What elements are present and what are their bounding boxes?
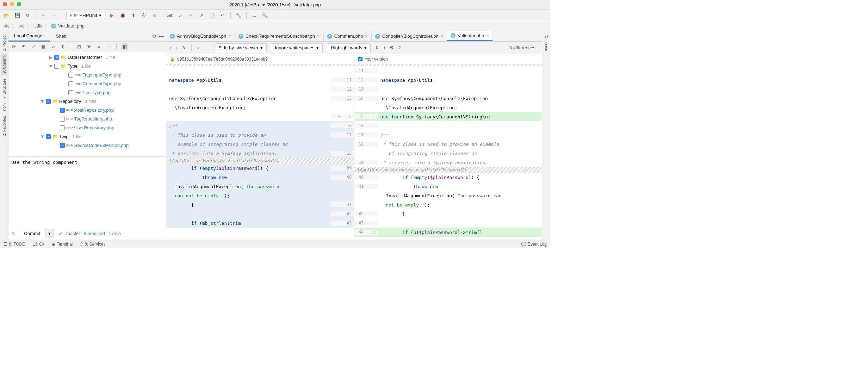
checkbox[interactable] bbox=[60, 117, 65, 122]
status-event-log[interactable]: 💬 Event Log bbox=[521, 242, 547, 247]
expand-icon[interactable]: ⊞ bbox=[76, 44, 82, 49]
open-icon[interactable]: 📂 bbox=[3, 12, 11, 19]
hide-icon[interactable]: — bbox=[159, 33, 164, 39]
edit-icon[interactable]: ✎ bbox=[11, 231, 15, 236]
tree-item[interactable]: ▼✓📁Twig1 file bbox=[8, 132, 166, 141]
preview-icon[interactable]: 👁 bbox=[86, 44, 92, 49]
run-icon[interactable]: ▶ bbox=[108, 12, 116, 19]
checkbox[interactable]: − bbox=[46, 99, 51, 104]
maximize-window[interactable] bbox=[17, 2, 21, 6]
close-window[interactable] bbox=[3, 2, 7, 6]
tree-item[interactable]: ✓PHPSourceCodeExtension.php bbox=[8, 141, 166, 150]
checkbox[interactable] bbox=[68, 73, 73, 78]
minimize-window[interactable] bbox=[10, 2, 14, 6]
git-pull-icon[interactable]: ↙ bbox=[176, 12, 184, 19]
rollback-icon[interactable]: ↶ bbox=[20, 44, 27, 49]
close-tab-icon[interactable]: × bbox=[317, 33, 320, 39]
changelist-icon[interactable]: ▦ bbox=[40, 44, 46, 49]
edit-source-icon[interactable]: ✎ bbox=[182, 45, 186, 50]
checkbox[interactable]: ✓ bbox=[60, 108, 65, 113]
rail-project[interactable]: 1: Project bbox=[1, 32, 7, 53]
save-icon[interactable]: 💾 bbox=[13, 12, 21, 19]
editor-tab[interactable]: CCheckRequirementsSubscriber.ph× bbox=[235, 31, 324, 41]
nav-back-icon[interactable]: ← bbox=[197, 45, 202, 50]
git-commit-icon[interactable]: ✓ bbox=[187, 12, 195, 19]
highlight-dropdown[interactable]: Highlight words▾ bbox=[327, 43, 371, 52]
commit-dropdown[interactable]: ▾ bbox=[45, 229, 54, 238]
status-terminal[interactable]: ▣ Terminal bbox=[51, 242, 73, 247]
checkbox[interactable] bbox=[68, 81, 73, 86]
diff-viewer[interactable]: namespace App\Utils;1112use Symfony\Comp… bbox=[166, 64, 542, 240]
checkbox[interactable]: ✓ bbox=[54, 55, 59, 60]
tab-local-changes[interactable]: Local Changes bbox=[8, 31, 50, 42]
tree-item[interactable]: ✓PHPPostRepository.php bbox=[8, 106, 166, 115]
diff-settings-icon[interactable]: ⚙ bbox=[390, 45, 394, 50]
shelve-icon[interactable]: ⇩ bbox=[50, 44, 56, 49]
tree-item[interactable]: PHPUserRepository.php bbox=[8, 123, 166, 132]
coverage-icon[interactable]: ⬆ bbox=[129, 12, 137, 19]
include-checkbox[interactable] bbox=[358, 57, 362, 61]
layout-icon[interactable]: ◧ bbox=[121, 43, 128, 50]
rail-structure[interactable]: 7: Structure bbox=[1, 76, 7, 101]
next-diff-icon[interactable]: ↓ bbox=[176, 45, 178, 50]
status-todo[interactable]: ☰ 6: TODO bbox=[4, 242, 26, 247]
run-config-dropdown[interactable]: PHP PHPUnit ▾ bbox=[66, 12, 105, 19]
close-tab-icon[interactable]: × bbox=[441, 33, 444, 39]
ide-scripting-icon[interactable]: ▭ bbox=[250, 12, 258, 19]
editor-tab[interactable]: CAdmin/BlogController.ph× bbox=[166, 31, 235, 41]
checkbox[interactable] bbox=[60, 125, 65, 130]
refresh-icon[interactable]: ⟳ bbox=[24, 12, 32, 19]
apply-chunk-checkbox[interactable]: ☑ bbox=[366, 114, 378, 119]
tree-item[interactable]: PHPCommentType.php bbox=[8, 79, 166, 88]
tree-item[interactable]: ▼−📁Repository3 files bbox=[8, 97, 166, 106]
rail-npm[interactable]: npm bbox=[1, 101, 7, 113]
settings-icon[interactable]: ⚙ bbox=[152, 33, 156, 39]
diff-icon[interactable]: ⤢ bbox=[30, 44, 37, 49]
checkbox[interactable] bbox=[68, 90, 73, 95]
checkbox[interactable]: ✓ bbox=[60, 143, 65, 148]
commit-message-area[interactable]: Use the String component bbox=[8, 156, 166, 227]
editor-tab[interactable]: CController/BlogController.ph× bbox=[372, 31, 447, 41]
git-push-icon[interactable]: ↗ bbox=[198, 12, 205, 19]
checkbox[interactable] bbox=[54, 64, 59, 69]
debug-icon[interactable]: 🐞 bbox=[119, 12, 126, 19]
profile-icon[interactable]: ⏱ bbox=[140, 12, 148, 19]
editor-tab[interactable]: CValidator.php× bbox=[447, 31, 493, 41]
more-icon[interactable]: ⋯ bbox=[105, 44, 112, 49]
apply-chunk-checkbox[interactable]: ☑ bbox=[366, 230, 378, 235]
commit-button[interactable]: Commit bbox=[19, 229, 45, 238]
checkbox[interactable]: ✓ bbox=[46, 134, 51, 139]
nav-back-icon[interactable]: ← bbox=[40, 12, 48, 19]
git-revert-icon[interactable]: ↶ bbox=[219, 12, 227, 19]
status-services[interactable]: ⬡ 8: Services bbox=[80, 242, 105, 247]
refresh-icon[interactable]: ⟳ bbox=[11, 44, 17, 49]
breadcrumb-item[interactable]: Utils bbox=[33, 23, 42, 29]
collapse-icon[interactable]: ≡ bbox=[95, 44, 102, 49]
breadcrumb-item[interactable]: src bbox=[4, 23, 10, 29]
group-icon[interactable]: ⇅ bbox=[60, 44, 66, 49]
rail-commit[interactable]: 9: Commit bbox=[1, 54, 7, 75]
breadcrumb-item[interactable]: Validator.php bbox=[58, 23, 85, 29]
tree-item[interactable]: ▶✓📁DataTransformer1 file bbox=[8, 53, 166, 62]
tree-item[interactable]: PHPPostType.php bbox=[8, 88, 166, 97]
git-history-icon[interactable]: 🕐 bbox=[208, 12, 216, 19]
tab-shelf[interactable]: Shelf bbox=[50, 31, 72, 41]
collapse-icon[interactable]: ⇕ bbox=[375, 45, 379, 50]
status-git[interactable]: ⎇ Git bbox=[33, 242, 44, 247]
prev-diff-icon[interactable]: ↑ bbox=[169, 45, 172, 50]
changes-tree[interactable]: ▶✓📁DataTransformer1 file▼📁Type1 filePHPT… bbox=[8, 52, 166, 156]
help-icon[interactable]: ? bbox=[398, 45, 401, 50]
build-icon[interactable]: 🔧 bbox=[235, 12, 242, 19]
nav-fwd-icon[interactable]: → bbox=[206, 45, 210, 50]
close-tab-icon[interactable]: × bbox=[486, 33, 489, 38]
close-tab-icon[interactable]: × bbox=[228, 33, 231, 39]
tree-item[interactable]: PHPTagsInputType.php bbox=[8, 70, 166, 79]
stop-icon[interactable]: ■ bbox=[150, 12, 158, 19]
close-tab-icon[interactable]: × bbox=[365, 33, 368, 39]
sync-scroll-icon[interactable]: ⫞ bbox=[383, 45, 385, 50]
search-icon[interactable]: 🔍 bbox=[261, 12, 269, 19]
tree-item[interactable]: ▼📁Type1 file bbox=[8, 62, 166, 70]
rail-database[interactable]: Database bbox=[544, 32, 549, 53]
tree-item[interactable]: PHPTagRepository.php bbox=[8, 115, 166, 123]
viewer-mode-dropdown[interactable]: Side-by-side viewer▾ bbox=[215, 43, 267, 52]
